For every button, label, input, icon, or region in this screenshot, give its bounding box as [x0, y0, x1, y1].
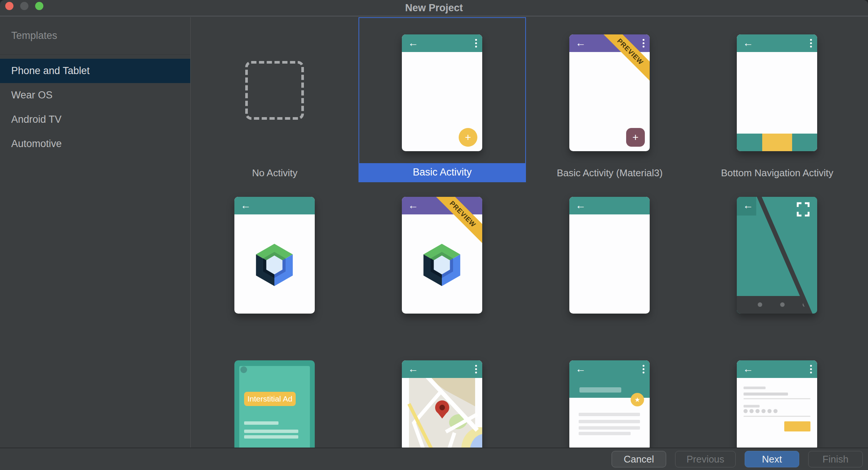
fab-star-icon: ★ [631, 393, 644, 406]
jetpack-compose-logo-icon [252, 242, 297, 287]
selected-template-label: Basic Activity [359, 163, 525, 181]
close-window-icon[interactable] [5, 2, 13, 10]
template-card-admob-ads-activity[interactable]: Interstitial Ad [191, 360, 358, 448]
overflow-menu-icon [475, 39, 477, 48]
template-card-basic-activity[interactable]: ← + Basic Activity [358, 17, 526, 182]
template-card-login-activity[interactable]: ← [693, 360, 861, 448]
templates-sidebar: Templates Phone and Tablet Wear OS Andro… [0, 17, 191, 448]
back-arrow-icon: ← [408, 199, 418, 212]
sidebar-item-android-tv[interactable]: Android TV [0, 107, 190, 132]
jetpack-compose-logo-icon [419, 242, 464, 287]
template-label: No Activity [191, 167, 358, 179]
cancel-button[interactable]: Cancel [612, 451, 666, 467]
app-bar: ← [402, 34, 482, 52]
title-placeholder [579, 387, 621, 393]
fab-plus-icon: + [459, 128, 477, 147]
app-bar: ← [402, 360, 482, 378]
overflow-menu-icon [810, 39, 812, 48]
bottom-nav-bar [737, 134, 817, 151]
template-card-google-maps-activity[interactable]: ← [358, 360, 526, 448]
template-card-fullscreen-activity[interactable]: ← Fullscreen Activity [693, 180, 861, 345]
app-bar: ← [737, 34, 817, 52]
admob-preview: Interstitial Ad [234, 360, 315, 448]
dialog-footer: Cancel Previous Next Finish [0, 448, 868, 470]
title-bar: New Project [0, 0, 868, 16]
sidebar-item-label: Phone and Tablet [11, 65, 90, 77]
password-dots-icon [744, 409, 778, 413]
template-card-empty-compose-activity[interactable]: ← Empty Compose Activity [191, 180, 358, 345]
new-project-dialog: New Project Templates Phone and Tablet W… [0, 0, 868, 470]
overflow-menu-icon [475, 365, 477, 373]
back-arrow-icon: ← [743, 363, 753, 375]
sidebar-item-automotive[interactable]: Automotive [0, 132, 190, 156]
scrolling-preview: ← ★ [569, 360, 650, 448]
back-arrow-icon: ← [408, 363, 418, 375]
template-card-scrolling-activity[interactable]: ← ★ [526, 360, 693, 448]
overflow-menu-icon [643, 39, 644, 48]
overflow-menu-icon [810, 365, 812, 373]
template-card-basic-activity-material3[interactable]: ← PREVIEW + Basic Activity (Material3) [526, 17, 693, 182]
template-card-empty-compose-activity-material3[interactable]: ← PREVIEW Empty Compose Activity (Materi… [358, 180, 526, 345]
back-arrow-icon: ← [743, 199, 753, 212]
sidebar-header: Templates [0, 17, 190, 55]
empty-activity-preview: ← [569, 197, 650, 314]
sidebar-item-phone-and-tablet[interactable]: Phone and Tablet [0, 59, 190, 83]
maps-preview: ← [402, 360, 482, 448]
template-grid: No Activity ← + Basic Activity ← PREVIEW [191, 17, 868, 448]
previous-button[interactable]: Previous [675, 451, 736, 467]
minimize-window-icon[interactable] [20, 2, 28, 10]
fullscreen-preview: ← [737, 197, 817, 314]
back-arrow-icon: ← [240, 199, 251, 212]
map-graphic [402, 378, 482, 448]
back-arrow-icon: ← [575, 199, 586, 212]
basic-activity-preview: ← + [402, 34, 482, 151]
avatar-dot-icon [240, 366, 247, 373]
fab-plus-icon: + [626, 128, 645, 147]
basic-activity-m3-preview: ← PREVIEW + [569, 34, 650, 151]
app-bar: ← [737, 360, 817, 378]
overflow-menu-icon [643, 365, 644, 373]
sidebar-item-wear-os[interactable]: Wear OS [0, 83, 190, 107]
next-button[interactable]: Next [745, 451, 799, 467]
template-card-empty-activity[interactable]: ← Empty Activity [526, 180, 693, 345]
template-card-bottom-navigation-activity[interactable]: ← Bottom Navigation Activity [693, 17, 861, 182]
traffic-lights [5, 2, 43, 10]
interstitial-ad-badge: Interstitial Ad [244, 392, 296, 406]
fullscreen-mockup-graphic [737, 197, 817, 314]
sidebar-list: Phone and Tablet Wear OS Android TV Auto… [0, 55, 190, 156]
template-card-no-activity[interactable]: No Activity [191, 17, 358, 182]
bottom-navigation-preview: ← [737, 34, 817, 151]
back-arrow-icon: ← [575, 37, 586, 49]
app-bar-tall: ← [569, 360, 650, 398]
finish-button[interactable]: Finish [808, 451, 863, 467]
back-arrow-icon: ← [743, 37, 753, 49]
sidebar-item-label: Automotive [11, 138, 62, 150]
zoom-window-icon[interactable] [35, 2, 43, 10]
window-title: New Project [405, 2, 463, 14]
app-bar: ← [569, 197, 650, 214]
no-activity-placeholder-icon [245, 61, 304, 120]
empty-compose-m3-preview: ← PREVIEW [402, 197, 482, 314]
sidebar-item-label: Wear OS [11, 89, 53, 101]
template-label: Bottom Navigation Activity [693, 167, 861, 179]
login-preview: ← [737, 360, 817, 448]
empty-compose-preview: ← [234, 197, 315, 314]
sidebar-item-label: Android TV [11, 114, 62, 125]
login-button-placeholder [784, 421, 810, 431]
app-bar: ← [234, 197, 315, 214]
template-label: Basic Activity (Material3) [526, 167, 693, 179]
back-arrow-icon: ← [575, 363, 586, 375]
back-arrow-icon: ← [408, 37, 418, 49]
